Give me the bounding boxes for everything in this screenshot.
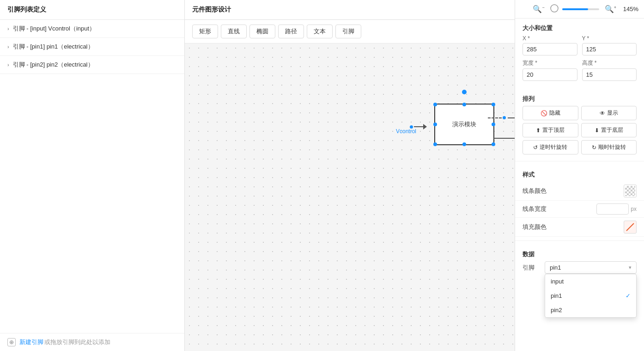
pin-item-input[interactable]: › 引脚 - [input] Vcontrol（input） <box>0 20 184 38</box>
show-button[interactable]: 👁 显示 <box>581 106 637 120</box>
add-pin-icon: ⊕ <box>7 338 16 346</box>
x-label: X * <box>522 35 577 42</box>
stroke-width-wrap: px <box>596 203 637 215</box>
arrangement-row1: 🚫 隐藏 👁 显示 <box>515 106 644 123</box>
chevron-icon: › <box>7 62 9 68</box>
size-position-group: X * Y * 宽度 * 高度 * <box>515 35 644 89</box>
toolbar-line[interactable]: 直线 <box>221 25 247 38</box>
center-title: 元件图形设计 <box>185 0 515 20</box>
handle-ml[interactable] <box>433 123 437 126</box>
pin-item-label: 引脚 - [input] Vcontrol（input） <box>13 25 95 33</box>
pin-add-area: ⊕ 新建引脚 或拖放引脚到此处以添加 <box>0 333 184 351</box>
to-bottom-icon: ⬇ <box>595 127 599 134</box>
handle-mr[interactable] <box>492 123 495 126</box>
toolbar-path[interactable]: 路径 <box>278 25 304 38</box>
rotate-cw-icon: ↻ <box>592 144 596 151</box>
dropdown-item-pin2[interactable]: pin2 <box>545 303 636 317</box>
zoom-in-button[interactable]: 🔍+ <box>603 4 618 14</box>
hide-button[interactable]: 🚫 隐藏 <box>522 106 578 120</box>
pin-item-label: 引脚 - [pin1] pin1（electrical） <box>13 43 94 51</box>
zoom-slider-fill <box>562 8 588 10</box>
left-panel-title: 引脚列表定义 <box>0 0 184 20</box>
handle-tl[interactable] <box>433 103 437 106</box>
height-label: 高度 * <box>582 59 637 67</box>
handle-bl[interactable] <box>433 142 437 146</box>
pin-dropdown-container: pin1 ▾ input pin1 ✓ pin2 <box>545 261 637 274</box>
arrangement-title: 排列 <box>515 89 644 106</box>
handle-tc[interactable] <box>462 103 466 106</box>
component-name: 演示模块 <box>452 120 476 129</box>
chevron-icon: › <box>7 26 9 31</box>
center-panel: 元件图形设计 矩形 直线 椭圆 路径 文本 引脚 演示模块 <box>185 0 515 351</box>
pin-row: 引脚 pin1 ▾ input pin1 ✓ pin2 <box>522 261 637 274</box>
rotate-ccw-icon: ↺ <box>533 144 538 151</box>
stroke-color-swatch[interactable] <box>624 185 637 197</box>
svg-line-1 <box>626 223 634 231</box>
height-input[interactable] <box>582 68 637 81</box>
data-section: 引脚 pin1 ▾ input pin1 ✓ pin2 <box>515 261 644 282</box>
stroke-color-label: 线条颜色 <box>522 187 624 195</box>
pin-data-label: 引脚 <box>522 264 541 272</box>
fill-color-label: 填充颜色 <box>522 223 624 231</box>
to-top-button[interactable]: ⬆ 置于顶层 <box>522 123 578 137</box>
stroke-width-input[interactable] <box>596 203 629 215</box>
rotate-ccw-button[interactable]: ↺ 逆时针旋转 <box>522 140 578 154</box>
fill-slash-icon <box>626 222 635 232</box>
stroke-width-row: 线条宽度 px <box>515 201 644 218</box>
checker-pattern <box>625 186 635 196</box>
component-box[interactable]: 演示模块 pin1 pin2 <box>434 104 494 145</box>
canvas-area[interactable]: 演示模块 pin1 pin2 <box>185 43 515 351</box>
to-top-icon: ⬆ <box>536 127 541 134</box>
left-panel: 引脚列表定义 › 引脚 - [input] Vcontrol（input） › … <box>0 0 185 351</box>
pin-item-pin1[interactable]: › 引脚 - [pin1] pin1（electrical） <box>0 38 184 56</box>
right-panel: 🔍− 🔍+ 145% 大小和位置 X * Y * 宽度 * <box>515 0 644 351</box>
toolbar-pin[interactable]: 引脚 <box>335 25 361 38</box>
to-bottom-button[interactable]: ⬇ 置于底层 <box>581 123 637 137</box>
style-title: 样式 <box>515 165 644 182</box>
pin-dropdown-menu: input pin1 ✓ pin2 <box>545 274 637 318</box>
stroke-color-row: 线条颜色 <box>515 182 644 201</box>
zoom-level: 145% <box>622 6 638 12</box>
data-title: 数据 <box>515 245 644 261</box>
rotate-cw-button[interactable]: ↻ 顺时针旋转 <box>581 140 637 154</box>
toolbar-ellipse[interactable]: 椭圆 <box>249 25 275 38</box>
component-diagram: 演示模块 pin1 pin2 <box>434 104 494 145</box>
checkmark-icon: ✓ <box>626 292 631 299</box>
arrangement-row3: ↺ 逆时针旋转 ↻ 顺时针旋转 <box>515 140 644 157</box>
dropdown-item-pin1[interactable]: pin1 ✓ <box>545 289 636 303</box>
x-input[interactable] <box>522 43 577 55</box>
handle-bc[interactable] <box>462 142 466 146</box>
width-label: 宽度 * <box>522 59 577 67</box>
pin-list: › 引脚 - [input] Vcontrol（input） › 引脚 - [p… <box>0 20 184 333</box>
toolbar-rect[interactable]: 矩形 <box>192 25 218 38</box>
px-unit: px <box>631 206 637 212</box>
zoom-slider[interactable] <box>562 8 599 10</box>
handle-br[interactable] <box>492 142 495 146</box>
fill-color-swatch[interactable] <box>624 221 637 234</box>
stroke-width-label: 线条宽度 <box>522 205 596 213</box>
rotate-handle[interactable] <box>462 90 467 94</box>
handle-tr[interactable] <box>492 103 495 106</box>
pin-selected-value: pin1 <box>550 264 629 271</box>
y-label: Y * <box>582 35 637 42</box>
hide-icon: 🚫 <box>541 110 547 117</box>
pin-select-display[interactable]: pin1 ▾ <box>545 261 637 274</box>
divider2 <box>515 240 644 241</box>
zoom-circle-icon <box>550 4 559 12</box>
fill-color-row: 填充颜色 <box>515 218 644 237</box>
add-pin-suffix: 或拖放引脚到此处以添加 <box>44 338 110 346</box>
pin-item-pin2[interactable]: › 引脚 - [pin2] pin2（electrical） <box>0 56 184 74</box>
chevron-icon: › <box>7 44 9 49</box>
pin-item-label: 引脚 - [pin2] pin2（electrical） <box>13 61 94 69</box>
toolbar-text[interactable]: 文本 <box>307 25 333 38</box>
toolbar: 矩形 直线 椭圆 路径 文本 引脚 <box>185 20 515 43</box>
dropdown-item-input[interactable]: input <box>545 274 636 289</box>
add-pin-link[interactable]: 新建引脚 <box>19 338 43 346</box>
width-input[interactable] <box>522 68 577 81</box>
pin-dropdown-arrow: ▾ <box>629 265 632 271</box>
zoom-toolbar: 🔍− 🔍+ 145% <box>515 0 644 18</box>
size-position-title: 大小和位置 <box>515 18 644 35</box>
y-input[interactable] <box>582 43 637 55</box>
zoom-out-button[interactable]: 🔍− <box>531 4 546 14</box>
svg-point-0 <box>551 5 558 12</box>
